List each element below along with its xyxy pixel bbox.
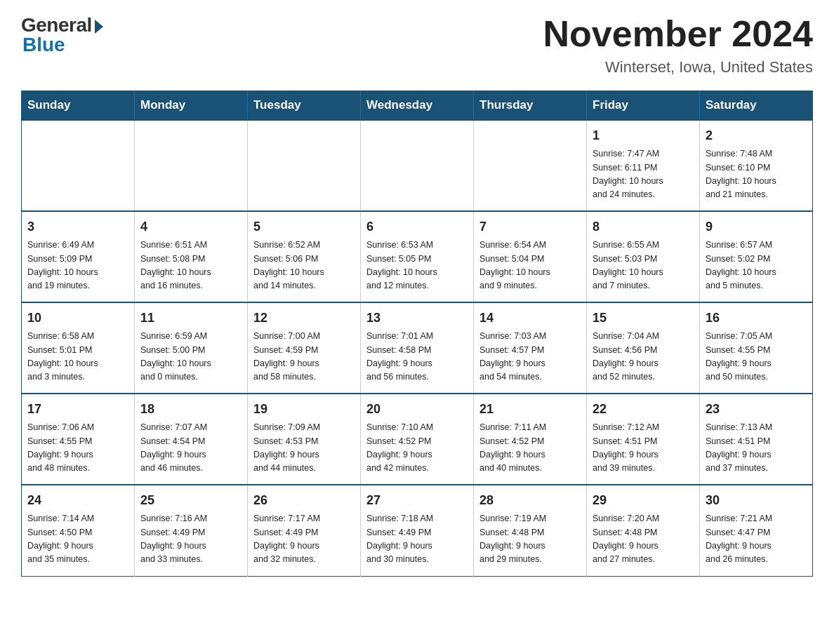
day-number: 20 (366, 400, 468, 419)
calendar-cell: 1Sunrise: 7:47 AM Sunset: 6:11 PM Daylig… (587, 120, 700, 211)
calendar-cell (248, 120, 361, 211)
day-number: 15 (593, 309, 694, 328)
day-number: 23 (706, 400, 807, 419)
day-number: 4 (140, 217, 241, 236)
day-number: 10 (27, 309, 128, 328)
calendar-cell: 22Sunrise: 7:12 AM Sunset: 4:51 PM Dayli… (587, 394, 700, 485)
calendar-cell: 7Sunrise: 6:54 AM Sunset: 5:04 PM Daylig… (474, 211, 587, 302)
calendar-cell: 18Sunrise: 7:07 AM Sunset: 4:54 PM Dayli… (135, 394, 248, 485)
day-info: Sunrise: 7:16 AM Sunset: 4:49 PM Dayligh… (140, 512, 241, 567)
day-info: Sunrise: 6:53 AM Sunset: 5:05 PM Dayligh… (366, 239, 468, 293)
day-info: Sunrise: 7:10 AM Sunset: 4:52 PM Dayligh… (366, 421, 468, 476)
day-info: Sunrise: 7:05 AM Sunset: 4:55 PM Dayligh… (706, 330, 807, 384)
day-info: Sunrise: 7:18 AM Sunset: 4:49 PM Dayligh… (366, 512, 468, 567)
day-number: 7 (479, 217, 581, 236)
calendar-cell: 11Sunrise: 6:59 AM Sunset: 5:00 PM Dayli… (135, 302, 248, 394)
day-info: Sunrise: 7:14 AM Sunset: 4:50 PM Dayligh… (27, 512, 128, 567)
day-number: 13 (366, 309, 468, 328)
day-info: Sunrise: 7:03 AM Sunset: 4:57 PM Dayligh… (479, 330, 581, 384)
day-number: 22 (593, 400, 694, 419)
day-number: 26 (253, 491, 355, 510)
calendar-cell: 2Sunrise: 7:48 AM Sunset: 6:10 PM Daylig… (700, 120, 813, 211)
day-number: 8 (593, 217, 694, 236)
calendar-header-sunday: Sunday (22, 91, 135, 121)
calendar-cell: 27Sunrise: 7:18 AM Sunset: 4:49 PM Dayli… (361, 485, 474, 576)
day-info: Sunrise: 7:01 AM Sunset: 4:58 PM Dayligh… (366, 330, 468, 384)
day-number: 5 (253, 217, 355, 236)
calendar-cell (22, 120, 135, 211)
day-info: Sunrise: 6:59 AM Sunset: 5:00 PM Dayligh… (140, 330, 241, 384)
day-number: 27 (366, 491, 468, 510)
calendar-cell: 10Sunrise: 6:58 AM Sunset: 5:01 PM Dayli… (22, 302, 135, 394)
calendar-header-monday: Monday (135, 91, 248, 121)
calendar-cell: 28Sunrise: 7:19 AM Sunset: 4:48 PM Dayli… (474, 485, 587, 576)
logo-blue-text: Blue (22, 34, 65, 56)
day-info: Sunrise: 6:49 AM Sunset: 5:09 PM Dayligh… (27, 239, 128, 293)
day-number: 24 (27, 491, 128, 510)
calendar-week-row: 1Sunrise: 7:47 AM Sunset: 6:11 PM Daylig… (22, 120, 813, 211)
day-info: Sunrise: 7:13 AM Sunset: 4:51 PM Dayligh… (706, 421, 807, 476)
day-info: Sunrise: 6:58 AM Sunset: 5:01 PM Dayligh… (27, 330, 128, 384)
title-block: November 2024 Winterset, Iowa, United St… (543, 14, 813, 76)
day-number: 14 (479, 309, 581, 328)
calendar-cell: 15Sunrise: 7:04 AM Sunset: 4:56 PM Dayli… (587, 302, 700, 394)
calendar-week-row: 10Sunrise: 6:58 AM Sunset: 5:01 PM Dayli… (22, 302, 813, 394)
day-info: Sunrise: 6:51 AM Sunset: 5:08 PM Dayligh… (140, 239, 241, 293)
day-info: Sunrise: 7:20 AM Sunset: 4:48 PM Dayligh… (593, 512, 694, 567)
calendar-cell (361, 120, 474, 211)
calendar-cell: 17Sunrise: 7:06 AM Sunset: 4:55 PM Dayli… (22, 394, 135, 485)
day-number: 21 (479, 400, 581, 419)
calendar-cell: 12Sunrise: 7:00 AM Sunset: 4:59 PM Dayli… (248, 302, 361, 394)
day-info: Sunrise: 7:21 AM Sunset: 4:47 PM Dayligh… (706, 512, 807, 567)
day-info: Sunrise: 6:57 AM Sunset: 5:02 PM Dayligh… (706, 239, 807, 293)
calendar-week-row: 24Sunrise: 7:14 AM Sunset: 4:50 PM Dayli… (22, 485, 813, 576)
calendar-cell: 5Sunrise: 6:52 AM Sunset: 5:06 PM Daylig… (248, 211, 361, 302)
day-number: 1 (593, 126, 694, 145)
day-number: 28 (479, 491, 581, 510)
calendar-cell: 29Sunrise: 7:20 AM Sunset: 4:48 PM Dayli… (587, 485, 700, 576)
day-info: Sunrise: 7:47 AM Sunset: 6:11 PM Dayligh… (593, 147, 694, 202)
day-number: 29 (593, 491, 694, 510)
calendar-cell: 20Sunrise: 7:10 AM Sunset: 4:52 PM Dayli… (361, 394, 474, 485)
day-number: 19 (253, 400, 355, 419)
day-number: 30 (706, 491, 807, 510)
day-info: Sunrise: 7:17 AM Sunset: 4:49 PM Dayligh… (253, 512, 355, 567)
logo-arrow-icon (95, 20, 103, 34)
day-number: 11 (140, 309, 241, 328)
month-title: November 2024 (543, 14, 813, 54)
day-number: 2 (706, 126, 807, 145)
calendar-cell: 26Sunrise: 7:17 AM Sunset: 4:49 PM Dayli… (248, 485, 361, 576)
location-subtitle: Winterset, Iowa, United States (543, 58, 813, 76)
calendar-cell (474, 120, 587, 211)
day-number: 18 (140, 400, 241, 419)
calendar-cell: 13Sunrise: 7:01 AM Sunset: 4:58 PM Dayli… (361, 302, 474, 394)
calendar-cell: 30Sunrise: 7:21 AM Sunset: 4:47 PM Dayli… (700, 485, 813, 576)
day-number: 25 (140, 491, 241, 510)
calendar-cell: 6Sunrise: 6:53 AM Sunset: 5:05 PM Daylig… (361, 211, 474, 302)
calendar-cell: 16Sunrise: 7:05 AM Sunset: 4:55 PM Dayli… (700, 302, 813, 394)
calendar-header-row: SundayMondayTuesdayWednesdayThursdayFrid… (22, 91, 813, 121)
calendar-cell: 9Sunrise: 6:57 AM Sunset: 5:02 PM Daylig… (700, 211, 813, 302)
day-info: Sunrise: 7:06 AM Sunset: 4:55 PM Dayligh… (27, 421, 128, 476)
day-info: Sunrise: 7:11 AM Sunset: 4:52 PM Dayligh… (479, 421, 581, 476)
calendar-cell: 14Sunrise: 7:03 AM Sunset: 4:57 PM Dayli… (474, 302, 587, 394)
calendar-table: SundayMondayTuesdayWednesdayThursdayFrid… (21, 90, 813, 577)
day-number: 12 (253, 309, 355, 328)
day-info: Sunrise: 6:55 AM Sunset: 5:03 PM Dayligh… (593, 239, 694, 293)
calendar-cell: 23Sunrise: 7:13 AM Sunset: 4:51 PM Dayli… (700, 394, 813, 485)
page-header: General Blue November 2024 Winterset, Io… (21, 14, 813, 76)
calendar-week-row: 3Sunrise: 6:49 AM Sunset: 5:09 PM Daylig… (22, 211, 813, 302)
day-info: Sunrise: 7:09 AM Sunset: 4:53 PM Dayligh… (253, 421, 355, 476)
day-info: Sunrise: 6:54 AM Sunset: 5:04 PM Dayligh… (479, 239, 581, 293)
calendar-header-friday: Friday (587, 91, 700, 121)
day-number: 9 (706, 217, 807, 236)
day-number: 17 (27, 400, 128, 419)
day-info: Sunrise: 6:52 AM Sunset: 5:06 PM Dayligh… (253, 239, 355, 293)
calendar-cell: 4Sunrise: 6:51 AM Sunset: 5:08 PM Daylig… (135, 211, 248, 302)
day-info: Sunrise: 7:00 AM Sunset: 4:59 PM Dayligh… (253, 330, 355, 384)
day-number: 3 (27, 217, 128, 236)
day-info: Sunrise: 7:48 AM Sunset: 6:10 PM Dayligh… (706, 147, 807, 202)
day-number: 16 (706, 309, 807, 328)
calendar-cell: 19Sunrise: 7:09 AM Sunset: 4:53 PM Dayli… (248, 394, 361, 485)
logo: General Blue (21, 14, 103, 56)
